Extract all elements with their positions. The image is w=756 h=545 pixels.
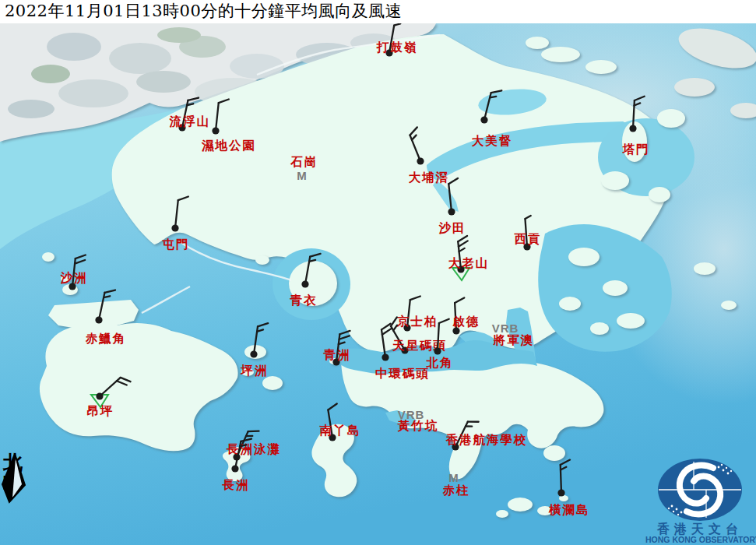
station-green-island: 青洲	[323, 329, 351, 365]
station-label: 屯門	[162, 237, 190, 251]
station-waglan-island: 橫瀾島	[548, 460, 590, 517]
station-data-marker: M	[297, 169, 308, 182]
wind-barb	[254, 322, 268, 355]
wind-barb	[100, 374, 131, 403]
station-label: 石崗	[290, 154, 318, 169]
station-sha-chau: 沙洲	[61, 254, 88, 290]
wind-barb	[561, 460, 571, 493]
wind-barb-full	[248, 427, 259, 436]
station-sai-kung: 西貢	[514, 216, 542, 251]
station-label: 青衣	[290, 293, 318, 308]
wind-map-app: 打鼓嶺流浮山濕地公園石崗M大美督塔門大埔滘沙田屯門西貢沙洲大老山青衣赤鱲角京士柏…	[0, 0, 756, 545]
station-tseung-kwan-o: 將軍澳VRB	[492, 322, 535, 347]
station-dot	[417, 157, 424, 164]
station-label: 啟德	[452, 314, 480, 329]
station-dot	[231, 465, 238, 472]
north-arrow-glyph	[2, 453, 28, 505]
wind-barb	[99, 288, 115, 322]
station-label: 中環碼頭	[375, 366, 430, 381]
station-chek-lap-kok: 赤鱲角	[85, 288, 127, 346]
wind-barb-staff	[448, 184, 452, 212]
station-label: 北角	[426, 355, 454, 370]
station-label: 坪洲	[241, 363, 269, 378]
station-kings-park: 京士柏	[396, 295, 438, 331]
station-lau-fau-shan: 流浮山	[169, 96, 211, 132]
wind-barb-full	[491, 88, 502, 95]
station-shek-kong: 石崗M	[290, 154, 318, 182]
wind-barb	[305, 252, 321, 287]
wind-barb-full	[339, 335, 350, 340]
station-tsing-yi: 青衣	[290, 252, 321, 308]
station-dot	[448, 208, 455, 215]
station-sha-tin: 沙田	[439, 178, 466, 235]
station-stanley: 赤柱M	[442, 471, 470, 498]
wind-barb-full	[178, 195, 188, 201]
wind-barb	[216, 98, 229, 132]
station-data-marker: M	[448, 471, 459, 484]
station-dot	[95, 316, 102, 323]
wind-barb-full	[258, 322, 268, 328]
station-dot	[250, 350, 257, 357]
wind-barb-full	[468, 417, 479, 426]
station-label: 長洲泳灘	[226, 441, 281, 456]
wind-barb-full	[188, 96, 198, 102]
station-ngong-ping: 昂坪	[87, 374, 131, 418]
wind-barb-full	[76, 254, 86, 259]
station-tuen-mun: 屯門	[162, 195, 190, 251]
station-data-marker: VRB	[492, 322, 519, 335]
wind-barb-full	[75, 259, 85, 265]
hko-name-zh: 香港天文台	[645, 523, 754, 535]
wind-barb-full	[219, 98, 229, 104]
stations-layer: 打鼓嶺流浮山濕地公園石崗M大美督塔門大埔滘沙田屯門西貢沙洲大老山青衣赤鱲角京士柏…	[0, 0, 756, 545]
wind-barb-full	[561, 460, 571, 465]
wind-barb-half	[525, 216, 531, 219]
station-label: 昂坪	[87, 403, 114, 418]
station-label: 西貢	[514, 231, 542, 246]
station-label: 長洲	[222, 477, 250, 492]
station-cheung-chau-beach: 長洲泳灘	[226, 427, 281, 461]
station-dot	[171, 224, 178, 231]
station-label: 青洲	[323, 347, 351, 362]
station-tai-po-kau: 大埔滘	[408, 127, 449, 185]
station-label: 京士柏	[396, 314, 438, 329]
wind-barb-full	[635, 96, 645, 101]
station-dot	[301, 280, 308, 287]
station-data-marker: VRB	[398, 408, 425, 421]
wind-barb-full	[408, 127, 419, 135]
wind-barb-full	[104, 288, 114, 294]
station-dot	[557, 489, 564, 496]
station-label: 橫瀾島	[548, 502, 590, 517]
station-dot	[382, 353, 389, 360]
wind-barb-full	[339, 329, 350, 335]
wind-barb-staff	[216, 103, 219, 131]
station-dot	[212, 127, 219, 134]
station-peng-chau: 坪洲	[241, 322, 269, 378]
station-ta-kwu-ling: 打鼓嶺	[376, 23, 418, 56]
station-dot	[480, 116, 487, 123]
station-label: 沙洲	[61, 270, 88, 285]
station-label: 打鼓嶺	[376, 40, 418, 54]
hko-name-en: HONG KONG OBSERVATORY	[645, 535, 754, 544]
wind-barb-full	[458, 236, 468, 241]
hko-logo: 香港天文台 HONG KONG OBSERVATORY	[645, 458, 754, 544]
station-label: 大埔滘	[409, 170, 450, 185]
station-label: 濕地公園	[201, 138, 256, 153]
wind-barb-full	[439, 318, 449, 324]
station-kai-tak: 啟德	[452, 297, 480, 334]
north-arrow: 北 N	[2, 453, 33, 492]
wind-barb	[633, 96, 645, 129]
wind-barb-full	[448, 178, 459, 184]
station-tates-cairn: 大老山	[448, 236, 490, 280]
station-tap-mun: 塔門	[622, 96, 650, 156]
station-label: 流浮山	[169, 114, 211, 128]
wind-barb	[484, 88, 501, 122]
station-label: 赤鱲角	[85, 331, 127, 346]
station-wong-chuk-hang: 黃竹坑VRB	[397, 408, 439, 433]
station-label: 南丫島	[319, 423, 361, 438]
wind-barb	[448, 178, 462, 212]
wind-barb	[408, 127, 429, 161]
map-title: 2022年11月01日13時00分的十分鐘平均風向及風速	[0, 0, 756, 23]
hko-logo-mark	[656, 458, 744, 522]
station-dot	[434, 347, 441, 354]
wind-barb-full	[458, 241, 468, 246]
